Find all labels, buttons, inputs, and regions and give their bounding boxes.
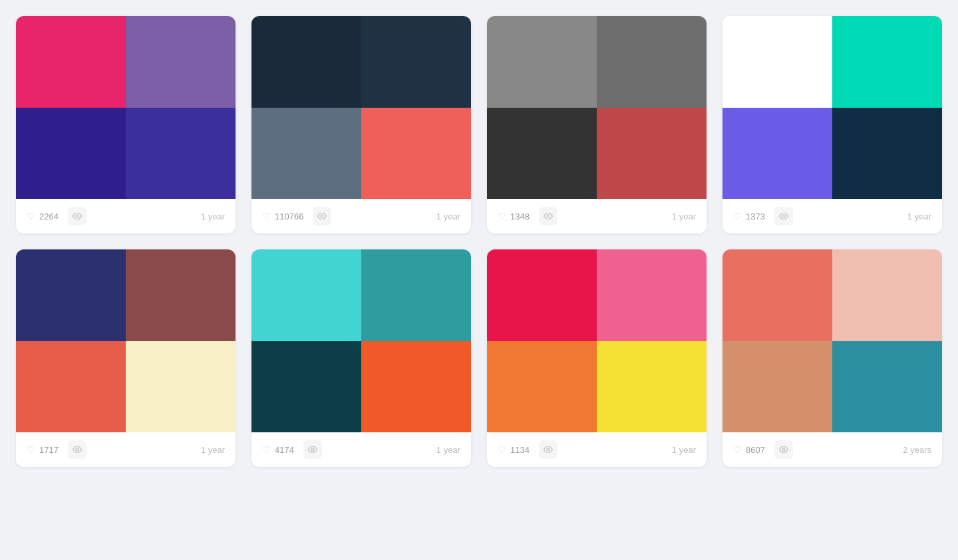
palette-card-7: ♡1134 1 year	[487, 249, 707, 467]
swatch-3-3	[487, 108, 597, 200]
card-footer-6: ♡4174 1 year	[251, 432, 471, 467]
swatch-1-1	[16, 16, 126, 108]
eye-icon	[544, 211, 553, 221]
swatch-4-2	[832, 16, 942, 108]
swatch-8-2	[832, 249, 942, 341]
palette-age: 1 year	[672, 211, 696, 221]
eye-icon	[308, 445, 317, 455]
likes-count: 1134	[510, 445, 530, 455]
swatch-2-3	[251, 108, 361, 200]
heart-icon: ♡	[27, 211, 35, 221]
heart-icon: ♡	[733, 444, 742, 455]
heart-icon: ♡	[498, 444, 506, 455]
swatch-8-4	[832, 341, 942, 433]
swatch-3-2	[597, 16, 707, 108]
svg-point-7	[782, 448, 785, 451]
swatch-4-1	[722, 16, 832, 108]
likes-count: 2264	[39, 211, 59, 221]
palette-swatches-6	[251, 249, 471, 432]
svg-point-3	[782, 215, 785, 217]
swatch-6-2	[361, 249, 471, 341]
swatch-2-1	[251, 16, 361, 108]
palette-swatches-4	[722, 16, 942, 199]
eye-icon	[317, 211, 327, 221]
card-footer-7: ♡1134 1 year	[487, 432, 707, 467]
card-footer-1: ♡2264 1 year	[16, 199, 236, 233]
palette-swatches-2	[251, 16, 471, 199]
palette-age: 1 year	[201, 445, 225, 455]
swatch-2-2	[361, 16, 471, 108]
view-button[interactable]	[313, 207, 331, 225]
swatch-5-4	[126, 341, 236, 433]
swatch-3-4	[597, 108, 707, 200]
heart-icon: ♡	[27, 444, 35, 455]
swatch-1-2	[126, 16, 236, 108]
likes-count: 1348	[510, 211, 530, 221]
likes-count: 1373	[746, 211, 765, 221]
card-footer-8: ♡8607 2 years	[722, 432, 942, 467]
swatch-5-2	[126, 249, 236, 341]
palette-card-6: ♡4174 1 year	[251, 249, 471, 467]
swatch-6-3	[251, 341, 361, 433]
palette-card-1: ♡2264 1 year	[16, 16, 236, 233]
palette-age: 1 year	[907, 211, 931, 221]
palette-swatches-8	[722, 249, 942, 432]
view-button[interactable]	[539, 207, 558, 225]
view-button[interactable]	[774, 207, 793, 225]
palette-card-5: ♡1717 1 year	[16, 249, 236, 467]
view-button[interactable]	[774, 440, 793, 459]
swatch-5-1	[16, 249, 126, 341]
view-button[interactable]	[303, 440, 322, 459]
eye-icon	[73, 445, 82, 455]
view-button[interactable]	[539, 440, 558, 459]
swatch-8-3	[722, 341, 832, 433]
view-button[interactable]	[68, 440, 86, 459]
svg-point-6	[547, 448, 550, 451]
palette-swatches-3	[487, 16, 707, 199]
swatch-1-4	[126, 108, 236, 200]
swatch-4-4	[832, 108, 942, 200]
svg-point-1	[321, 215, 323, 217]
palette-grid: ♡2264 1 year♡110766 1 year♡1348 1 year♡1…	[16, 16, 942, 467]
likes-count: 1717	[39, 445, 59, 455]
palette-swatches-5	[16, 249, 236, 432]
swatch-1-3	[16, 108, 126, 200]
palette-age: 1 year	[672, 445, 696, 455]
swatch-2-4	[361, 108, 471, 200]
heart-icon: ♡	[733, 211, 742, 221]
svg-point-5	[311, 448, 314, 451]
eye-icon	[779, 211, 788, 221]
svg-point-0	[76, 215, 79, 217]
palette-age: 1 year	[201, 211, 225, 221]
likes-count: 4174	[275, 445, 294, 455]
palette-swatches-1	[16, 16, 236, 199]
swatch-6-4	[361, 341, 471, 433]
view-button[interactable]	[68, 207, 86, 225]
palette-card-8: ♡8607 2 years	[722, 249, 942, 467]
heart-icon: ♡	[262, 211, 271, 221]
svg-point-2	[547, 215, 550, 217]
palette-age: 2 years	[903, 445, 931, 455]
eye-icon	[73, 211, 82, 221]
swatch-7-4	[597, 341, 707, 433]
heart-icon: ♡	[498, 211, 506, 221]
palette-swatches-7	[487, 249, 707, 432]
swatch-7-1	[487, 249, 597, 341]
eye-icon	[779, 445, 788, 455]
palette-card-4: ♡1373 1 year	[722, 16, 942, 233]
likes-count: 8607	[746, 445, 765, 455]
card-footer-5: ♡1717 1 year	[16, 432, 236, 467]
card-footer-2: ♡110766 1 year	[251, 199, 471, 233]
swatch-4-3	[722, 108, 832, 200]
swatch-7-3	[487, 341, 597, 433]
swatch-3-1	[487, 16, 597, 108]
likes-count: 110766	[275, 211, 303, 221]
swatch-5-3	[16, 341, 126, 433]
swatch-6-1	[251, 249, 361, 341]
card-footer-4: ♡1373 1 year	[722, 199, 942, 233]
svg-point-4	[76, 448, 79, 451]
palette-card-2: ♡110766 1 year	[251, 16, 471, 233]
heart-icon: ♡	[262, 444, 271, 455]
eye-icon	[544, 445, 553, 455]
card-footer-3: ♡1348 1 year	[487, 199, 707, 233]
